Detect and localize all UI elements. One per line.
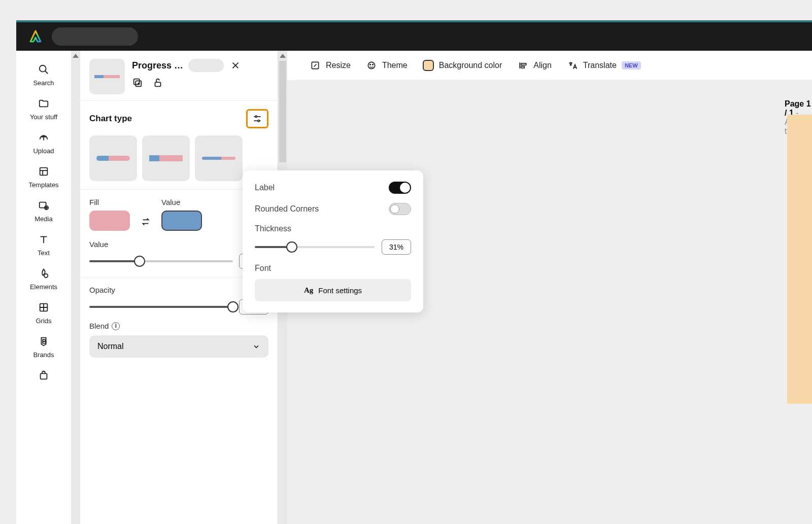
svg-point-19: [368, 62, 375, 68]
value-label: Value: [161, 198, 202, 206]
rail-media-label: Media: [35, 215, 52, 223]
opacity-slider[interactable]: [89, 306, 233, 308]
unlock-icon[interactable]: [152, 77, 163, 88]
align-icon: [517, 60, 528, 71]
font-settings-button[interactable]: Ag Font settings: [255, 279, 411, 301]
bgcolor-swatch-icon: [423, 60, 434, 71]
close-icon[interactable]: [229, 59, 242, 72]
svg-rect-2: [40, 168, 48, 176]
rail-your-stuff-label: Your stuff: [30, 113, 57, 121]
text-icon: [37, 233, 50, 246]
chart-type-square[interactable]: [142, 135, 190, 181]
rail-addons[interactable]: [16, 365, 71, 386]
thickness-slider[interactable]: [255, 246, 375, 248]
font-ag-icon: Ag: [304, 286, 313, 295]
top-bar: [16, 22, 812, 51]
blend-mode-select[interactable]: Normal: [89, 335, 268, 358]
rounded-corners-toggle[interactable]: [389, 203, 411, 215]
templates-icon: [37, 165, 50, 178]
chevron-down-icon: [252, 342, 260, 351]
rail-upload-label: Upload: [33, 147, 54, 155]
svg-point-0: [40, 65, 46, 72]
fill-label: Fill: [89, 198, 130, 206]
rail-templates-label: Templates: [28, 181, 58, 189]
svg-rect-24: [521, 66, 525, 67]
svg-point-15: [255, 116, 257, 117]
svg-rect-8: [41, 373, 47, 379]
rail-brands[interactable]: Brands: [16, 331, 71, 363]
element-title: Progress …: [132, 60, 183, 71]
blend-label: Blend: [89, 322, 109, 330]
resize-button[interactable]: Resize: [310, 60, 351, 71]
rail-grids[interactable]: Grids: [16, 297, 71, 329]
translate-button[interactable]: Translate NEW: [567, 60, 641, 71]
theme-button[interactable]: Theme: [366, 60, 408, 71]
upload-icon: [37, 131, 50, 144]
info-icon[interactable]: i: [112, 322, 120, 330]
theme-icon: [366, 60, 377, 71]
translate-icon: [567, 60, 578, 71]
addons-icon: [37, 369, 50, 382]
folder-icon: [37, 97, 50, 110]
search-icon: [37, 63, 50, 76]
font-label: Font: [255, 264, 411, 273]
label-toggle[interactable]: [389, 182, 411, 194]
rail-upload[interactable]: Upload: [16, 127, 71, 159]
duplicate-icon[interactable]: [132, 77, 143, 88]
swap-colors-icon[interactable]: [140, 216, 151, 227]
svg-point-17: [258, 120, 259, 122]
media-icon: [37, 199, 50, 212]
rail-text[interactable]: Text: [16, 229, 71, 261]
canvas-toolbar: Resize Theme Background color Align Tran…: [295, 51, 812, 80]
svg-line-1: [45, 71, 48, 74]
resize-icon: [310, 60, 321, 71]
svg-rect-23: [521, 63, 526, 64]
svg-marker-5: [46, 207, 48, 209]
element-tag[interactable]: [188, 59, 224, 72]
rail-media[interactable]: Media: [16, 195, 71, 227]
bgcolor-button[interactable]: Background color: [423, 60, 502, 71]
rail-your-stuff[interactable]: Your stuff: [16, 93, 71, 125]
svg-point-6: [44, 274, 48, 277]
svg-point-21: [373, 64, 374, 65]
artboard[interactable]: [787, 115, 812, 404]
grids-icon: [37, 301, 50, 314]
label-toggle-label: Label: [255, 183, 275, 192]
rail-brands-label: Brands: [33, 351, 54, 359]
value-color-swatch[interactable]: [161, 211, 202, 231]
element-thumbnail: [89, 59, 125, 94]
chart-type-heading: Chart type: [89, 114, 132, 124]
svg-rect-13: [155, 82, 161, 86]
chart-settings-button[interactable]: [246, 109, 268, 128]
align-button[interactable]: Align: [517, 60, 552, 71]
global-search-input[interactable]: [52, 27, 138, 46]
rail-grids-label: Grids: [36, 317, 51, 325]
fill-color-swatch[interactable]: [89, 211, 130, 231]
value-slider[interactable]: [89, 260, 233, 262]
opacity-label: Opacity: [89, 286, 268, 294]
chart-type-rounded[interactable]: [89, 135, 137, 181]
rail-text-label: Text: [38, 249, 50, 257]
chart-type-line[interactable]: [195, 135, 243, 181]
rail-elements-label: Elements: [30, 283, 57, 291]
new-badge: NEW: [622, 61, 641, 69]
elements-icon: [37, 267, 50, 280]
svg-point-20: [370, 64, 371, 65]
brands-icon: [37, 335, 50, 348]
rail-templates[interactable]: Templates: [16, 161, 71, 193]
thickness-label: Thickness: [255, 224, 411, 233]
rail-search[interactable]: Search: [16, 59, 71, 91]
blend-mode-value: Normal: [97, 342, 124, 351]
rail-elements[interactable]: Elements: [16, 263, 71, 295]
logo-icon: [28, 29, 43, 44]
rounded-toggle-label: Rounded Corners: [255, 204, 319, 214]
value-slider-label: Value: [89, 240, 268, 249]
rail-search-label: Search: [33, 79, 54, 87]
left-rail: Search Your stuff Upload Templates Media…: [16, 51, 71, 524]
chart-settings-popover: Label Rounded Corners Thickness 31% Font…: [243, 170, 423, 312]
scrollbar-left[interactable]: [71, 51, 80, 524]
thickness-input[interactable]: 31%: [382, 239, 411, 255]
